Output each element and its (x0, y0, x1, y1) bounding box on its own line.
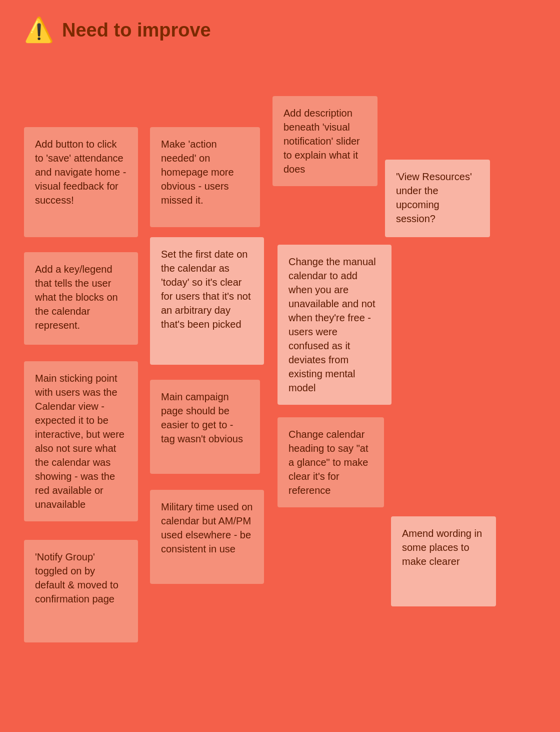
page-title: Need to improve (62, 20, 211, 41)
note-9: Main campaign page should be easier to g… (150, 380, 260, 474)
warning-icon: ⚠️ (24, 18, 54, 42)
note-7: Change the manual calendar to add when y… (278, 245, 392, 405)
page-header: ⚠️ Need to improve (0, 0, 560, 52)
note-11: Military time used on calendar but AM/PM… (150, 490, 264, 584)
note-12: Amend wording in some places to make cle… (391, 516, 496, 606)
note-2: Make 'action needed' on homepage more ob… (150, 127, 260, 227)
note-5: Add a key/legend that tells the user wha… (24, 252, 138, 345)
note-6: Set the first date on the calendar as 't… (150, 237, 264, 365)
note-10: Change calendar heading to say "at a gla… (278, 417, 384, 507)
note-4: 'View Resources' under the upcoming sess… (385, 160, 490, 237)
note-3: Add description beneath 'visual notifica… (272, 96, 378, 186)
note-8: Main sticking point with users was the C… (24, 361, 138, 521)
note-13: 'Notify Group' toggled on by default & m… (24, 540, 138, 642)
note-1: Add button to click to 'save' attendance… (24, 127, 138, 237)
